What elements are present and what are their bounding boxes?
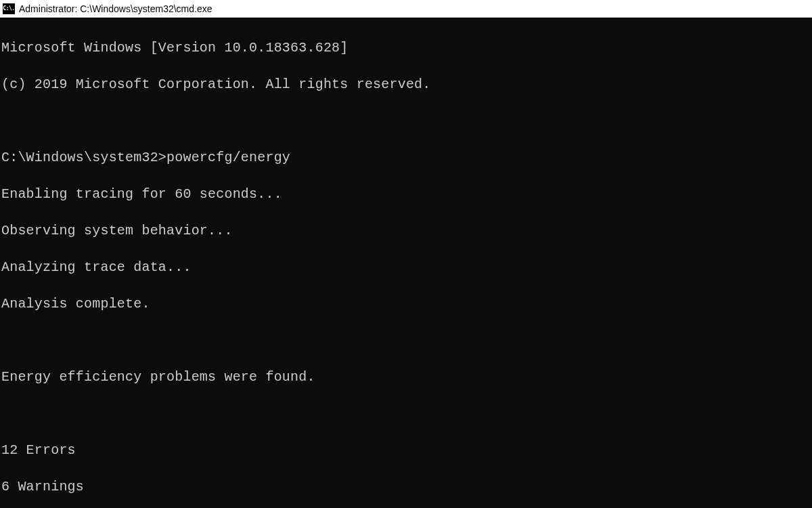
output-line: Analysis complete.: [1, 295, 811, 313]
blank: [1, 331, 811, 350]
banner-copyright: (c) 2019 Microsoft Corporation. All righ…: [1, 75, 811, 93]
output-line: Observing system behavior...: [1, 221, 811, 240]
blank: [1, 112, 811, 130]
window-title: Administrator: C:\Windows\system32\cmd.e…: [19, 3, 212, 14]
command-line-1: C:\Windows\system32>powercfg/energy: [1, 148, 811, 167]
blank: [1, 404, 811, 423]
output-line: Enabling tracing for 60 seconds...: [1, 185, 811, 203]
output-summary: Energy efficiency problems were found.: [1, 368, 811, 386]
command: powercfg/energy: [166, 148, 290, 167]
output-errors: 12 Errors: [1, 441, 811, 459]
banner-version: Microsoft Windows [Version 10.0.18363.62…: [1, 39, 811, 57]
cmd-icon: C:\.: [3, 3, 15, 14]
output-line: Analyzing trace data...: [1, 258, 811, 276]
titlebar[interactable]: C:\. Administrator: C:\Windows\system32\…: [0, 0, 812, 18]
terminal-output[interactable]: Microsoft Windows [Version 10.0.18363.62…: [0, 18, 812, 508]
prompt: C:\Windows\system32>: [1, 148, 166, 167]
output-warnings: 6 Warnings: [1, 478, 811, 496]
